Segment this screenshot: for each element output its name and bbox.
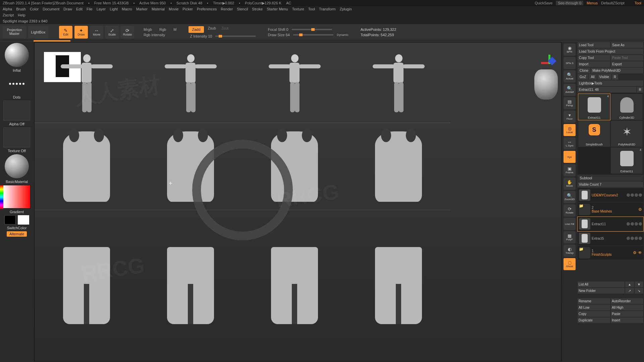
- zcut-button[interactable]: Zcut: [220, 26, 230, 33]
- texture-slot[interactable]: [3, 127, 30, 147]
- transp-button[interactable]: ◐Transp: [564, 245, 576, 257]
- autoreorder-button[interactable]: AutoReorder: [611, 298, 643, 304]
- menu-layer[interactable]: Layer: [97, 7, 106, 11]
- stroke-preview[interactable]: [3, 74, 30, 94]
- goz-button[interactable]: GoZ: [578, 74, 588, 80]
- menu-movie[interactable]: Movie: [169, 7, 178, 11]
- list-all-button[interactable]: List All: [578, 282, 625, 287]
- spix-button[interactable]: SPix 3: [564, 57, 576, 69]
- tool-cell-extract11[interactable]: 4Extract11: [578, 94, 610, 120]
- brush-preview[interactable]: [5, 43, 29, 67]
- scale-button[interactable]: ⤢Scale: [105, 26, 119, 39]
- mrgb-button[interactable]: Mrgb: [142, 27, 153, 32]
- defaultzscript-button[interactable]: DefaultZScript: [601, 1, 625, 5]
- make-polymesh3d-button[interactable]: Make PolyMesh3D: [591, 68, 643, 73]
- subtool-header[interactable]: Subtool: [578, 175, 643, 181]
- gear-icon[interactable]: ⚙: [633, 250, 637, 255]
- menu-light[interactable]: Light: [110, 7, 118, 11]
- rgb-button[interactable]: Rgb: [158, 27, 167, 32]
- canvas[interactable]: + 人人素材 RRCG RRCG: [34, 42, 561, 361]
- lightbox-tools-button[interactable]: Lightbox▶Tools: [578, 80, 643, 86]
- menu-color[interactable]: Color: [30, 7, 39, 11]
- menu-transform[interactable]: Transform: [319, 7, 336, 11]
- z-intensity-label[interactable]: Z Intensity 10: [189, 34, 213, 38]
- swatch-secondary[interactable]: [4, 215, 16, 225]
- rotate-nav-button[interactable]: ⟳Rotate: [564, 204, 576, 217]
- gradient-label[interactable]: Gradient: [10, 210, 24, 214]
- focal-shift-slider[interactable]: [292, 29, 332, 30]
- menu-render[interactable]: Render: [221, 7, 233, 11]
- lightbox-button[interactable]: LightBox: [28, 26, 48, 38]
- arrow-down-alt-button[interactable]: ↘: [635, 288, 643, 294]
- move-up-button[interactable]: ▲: [625, 282, 634, 287]
- menu-material[interactable]: Material: [152, 7, 165, 11]
- subtool-item-extract11[interactable]: Extract11: [578, 217, 643, 231]
- goz-visible-button[interactable]: Visible: [597, 74, 611, 80]
- draw-size-label[interactable]: Draw Size 64: [266, 33, 291, 37]
- menu-picker[interactable]: Picker: [182, 7, 193, 11]
- menu-document[interactable]: Document: [43, 7, 59, 11]
- goz-r-button[interactable]: R: [612, 74, 618, 80]
- menu-tool[interactable]: Tool: [308, 7, 315, 11]
- rename-button[interactable]: Rename: [578, 298, 610, 304]
- menu-zplugin[interactable]: Zplugin: [340, 7, 352, 11]
- current-tool-label[interactable]: Extract11. 48: [578, 87, 636, 93]
- import-button[interactable]: Import: [578, 61, 610, 67]
- material-preview[interactable]: [5, 154, 29, 178]
- gear-icon[interactable]: ⚙: [638, 207, 642, 212]
- copy-tool-button[interactable]: Copy Tool: [578, 55, 610, 61]
- local-button[interactable]: ◎Local: [564, 124, 576, 136]
- menu-help[interactable]: Help: [18, 13, 25, 17]
- duplicate-button[interactable]: Duplicate: [578, 317, 610, 323]
- paste-subtool-button[interactable]: Paste: [611, 311, 643, 317]
- m-button[interactable]: M: [172, 27, 178, 32]
- subtool-folder-basemeshes[interactable]: 📁 2Base Meshes ⚙: [578, 202, 643, 217]
- menu-zscript[interactable]: Zscript: [3, 13, 14, 17]
- rgb-intensity-label[interactable]: Rgb Intensity: [142, 33, 178, 37]
- frame-button[interactable]: ▣Frame: [564, 164, 576, 176]
- tool-cell-cylinder3d[interactable]: Cylinder3D: [611, 94, 643, 120]
- r-button[interactable]: R: [637, 87, 643, 93]
- eye-icon[interactable]: 👁: [638, 250, 642, 255]
- dynamic-label[interactable]: Dynamic: [335, 33, 350, 37]
- spotlight-radial-menu[interactable]: [192, 140, 293, 240]
- quicksave-button[interactable]: QuickSave: [535, 1, 552, 5]
- menu-macro[interactable]: Macro: [122, 7, 132, 11]
- lsym-button[interactable]: ↔L.Sym: [564, 137, 576, 149]
- move-nav-button[interactable]: ✋Move: [564, 178, 576, 190]
- floor-button[interactable]: ▾Floor: [564, 111, 576, 123]
- load-tools-project-button[interactable]: Load Tools From Project: [578, 49, 643, 54]
- bpr-button[interactable]: ◉BPR: [564, 44, 576, 56]
- zsub-button[interactable]: Zsub: [207, 26, 217, 33]
- alternate-button[interactable]: Alternate: [7, 231, 27, 237]
- draw-size-slider[interactable]: [293, 34, 333, 36]
- edit-button[interactable]: ✎Edit: [59, 26, 72, 39]
- seethrough-slider[interactable]: See-through 0: [556, 1, 583, 5]
- goz-all-button[interactable]: All: [589, 74, 596, 80]
- clone-button[interactable]: Clone: [578, 68, 590, 73]
- menus-toggle[interactable]: Menus: [587, 1, 598, 5]
- menu-preferences[interactable]: Preferences: [197, 7, 217, 11]
- move-button[interactable]: ↔Move: [90, 26, 103, 39]
- persp-button[interactable]: ▤Persp: [564, 97, 576, 109]
- move-down-button[interactable]: ▼: [635, 282, 643, 287]
- insert-button[interactable]: Insert: [611, 317, 643, 323]
- tool-header-top[interactable]: Tool: [635, 1, 641, 5]
- ghost-button[interactable]: ◌Ghost: [564, 258, 576, 270]
- paste-tool-button[interactable]: Paste Tool: [611, 55, 643, 61]
- switchcolor-button[interactable]: SwitchColor: [7, 226, 27, 230]
- menu-edit[interactable]: Edit: [76, 7, 83, 11]
- color-picker[interactable]: [3, 185, 31, 208]
- actual-button[interactable]: 🔍Actual: [564, 70, 576, 82]
- menu-alpha[interactable]: Alpha: [3, 7, 12, 11]
- save-as-button[interactable]: Save As: [611, 42, 643, 48]
- subtool-item-extract5[interactable]: Extract5: [578, 231, 643, 246]
- z-intensity-slider[interactable]: [215, 36, 256, 37]
- menu-draw[interactable]: Draw: [63, 7, 72, 11]
- menu-file[interactable]: File: [87, 7, 93, 11]
- polyf-button[interactable]: ▦PolyF: [564, 231, 576, 243]
- export-button[interactable]: Export: [611, 61, 643, 67]
- menu-starter[interactable]: Starter Menu: [267, 7, 288, 11]
- new-folder-button[interactable]: New Folder: [578, 288, 625, 294]
- tool-cell-simplebrush[interactable]: SSimpleBrush: [578, 121, 610, 147]
